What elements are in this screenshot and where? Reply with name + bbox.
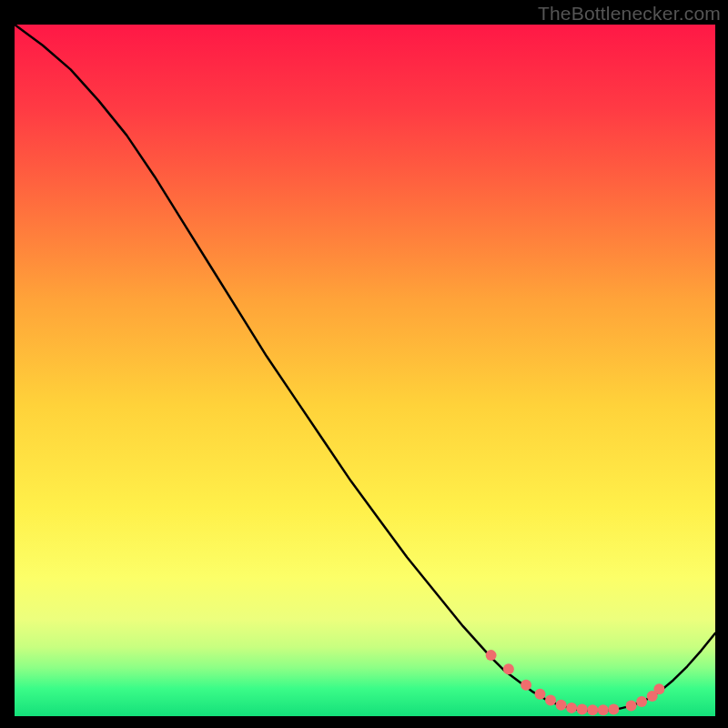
curve-canvas [15,25,715,716]
chart-container: TheBottlenecker.com [0,0,728,728]
plot-area [15,25,715,716]
watermark-text: TheBottlenecker.com [538,3,721,25]
